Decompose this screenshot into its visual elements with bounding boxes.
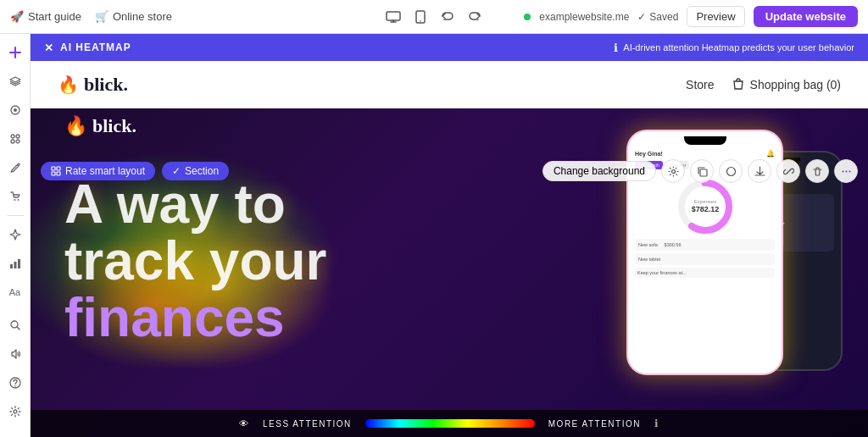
online-store-nav[interactable]: 🛒 Online store: [95, 10, 172, 23]
top-bar: 🚀 Start guide 🛒 Online store examplewebs…: [0, 0, 868, 34]
sidebar-add-icon[interactable]: [3, 41, 27, 64]
undo-btn[interactable]: [437, 7, 458, 27]
bag-label: Shopping bag (0): [750, 78, 841, 91]
svg-point-30: [845, 170, 847, 172]
shopping-bag[interactable]: Shopping bag (0): [732, 78, 841, 91]
check-icon: ✓: [172, 165, 181, 177]
svg-text:$782.12: $782.12: [691, 205, 719, 213]
duplicate-tool-btn[interactable]: [690, 159, 714, 183]
svg-point-17: [14, 410, 17, 413]
online-store-label: Online store: [113, 10, 172, 23]
sidebar-sparkle-icon[interactable]: [3, 223, 27, 246]
sidebar-edit-icon[interactable]: [3, 156, 27, 180]
circle-tool-btn[interactable]: [719, 159, 743, 183]
cart-icon: 🛒: [95, 10, 108, 23]
svg-point-28: [726, 167, 735, 175]
preview-button[interactable]: Preview: [687, 6, 744, 27]
svg-rect-12: [14, 262, 16, 268]
saved-label: Saved: [649, 11, 678, 23]
site-nav: Store Shopping bag (0): [686, 78, 841, 91]
svg-point-4: [14, 108, 17, 112]
close-heatmap-btn[interactable]: ✕: [44, 41, 53, 54]
info-icon: ℹ: [614, 41, 618, 54]
svg-rect-23: [57, 167, 60, 170]
site-logo: 🔥 blick.: [58, 74, 128, 96]
logo-text: blick.: [84, 74, 128, 96]
sidebar-bottom: [3, 313, 27, 430]
svg-point-9: [14, 199, 15, 201]
circular-chart: Expenses $782.12: [671, 174, 739, 234]
heatmap-description: AI-driven attention Heatmap predicts you…: [623, 42, 854, 53]
attention-gradient: [365, 419, 535, 428]
more-attention-label: MORE ATTENTION: [548, 419, 641, 429]
phone-front-notch: [684, 136, 726, 145]
hero-logo: 🔥 blick.: [64, 115, 136, 137]
link-tool-btn[interactable]: [776, 159, 800, 183]
start-guide-nav[interactable]: 🚀 Start guide: [10, 10, 81, 23]
sidebar-theme-icon[interactable]: [3, 98, 27, 122]
toolbar-left: Rate smart layout ✓ Section: [41, 162, 229, 180]
svg-point-6: [16, 135, 19, 138]
svg-point-26: [671, 169, 675, 173]
sidebar-search-icon[interactable]: [3, 313, 27, 337]
tablet-device-btn[interactable]: [410, 7, 431, 27]
heatmap-label: AI HEATMAP: [60, 41, 131, 53]
grid-icon: [51, 166, 61, 176]
delete-tool-btn[interactable]: [805, 159, 829, 183]
heatmap-bar: ✕ AI HEATMAP ℹ AI-driven attention Heatm…: [31, 34, 868, 61]
check-icon: ✓: [637, 11, 646, 23]
domain-label: examplewebsite.me: [539, 11, 629, 23]
desktop-device-btn[interactable]: [383, 7, 403, 27]
hero-title-line3: finances: [64, 290, 326, 346]
download-tool-btn[interactable]: [748, 159, 771, 183]
svg-point-2: [420, 20, 421, 22]
sidebar-divider: [7, 215, 24, 216]
svg-rect-25: [57, 172, 60, 175]
start-guide-label: Start guide: [28, 10, 81, 23]
toolbar-row: Rate smart layout ✓ Section Change backg…: [31, 159, 868, 183]
more-tool-btn[interactable]: [834, 159, 858, 183]
logo-flame-icon: 🔥: [58, 75, 79, 95]
sidebar-help-icon[interactable]: [3, 371, 27, 395]
hero-flame-icon: 🔥: [64, 115, 87, 137]
change-background-button[interactable]: Change background: [542, 161, 656, 181]
site-header: 🔥 blick. Store Shopping bag (0): [31, 61, 868, 108]
sidebar-apps-icon[interactable]: [3, 127, 27, 151]
section-label: Section: [185, 165, 219, 177]
store-link[interactable]: Store: [686, 78, 714, 91]
hero-section: 🔥 blick. A way to track your finances: [31, 108, 868, 437]
eye-icon: 👁: [239, 418, 249, 429]
svg-point-8: [16, 140, 19, 143]
svg-rect-13: [18, 259, 20, 268]
sidebar-shop-icon[interactable]: [3, 185, 27, 208]
left-sidebar: Aa: [0, 34, 31, 437]
sidebar-settings-icon[interactable]: [3, 400, 27, 423]
settings-tool-btn[interactable]: [661, 159, 685, 183]
less-attention-label: LESS ATTENTION: [263, 419, 352, 429]
hero-title-line2: track your: [64, 233, 326, 290]
rate-smart-layout-button[interactable]: Rate smart layout: [41, 162, 155, 180]
sidebar-translate-icon[interactable]: Aa: [3, 280, 27, 304]
svg-point-16: [14, 385, 16, 387]
svg-point-31: [849, 170, 850, 172]
legend-bar: 👁 LESS ATTENTION MORE ATTENTION ℹ: [31, 410, 868, 437]
svg-point-5: [11, 135, 14, 138]
svg-point-10: [17, 199, 19, 201]
svg-rect-22: [52, 167, 55, 170]
canvas: 🔥 blick. Store Shopping bag (0) 🔥 blick.: [31, 61, 868, 437]
sidebar-sound-icon[interactable]: [3, 342, 27, 366]
rate-smart-label: Rate smart layout: [65, 165, 145, 177]
hero-title-line1: A way to: [64, 176, 326, 233]
hero-logo-text: blick.: [92, 115, 136, 137]
svg-point-7: [11, 140, 14, 143]
svg-rect-27: [700, 169, 707, 176]
svg-rect-0: [387, 12, 400, 20]
sidebar-layers-icon[interactable]: [3, 69, 27, 93]
update-website-button[interactable]: Update website: [754, 6, 858, 27]
redo-btn[interactable]: [465, 7, 485, 27]
online-status-dot: [524, 14, 531, 20]
section-button[interactable]: ✓ Section: [162, 162, 229, 180]
sidebar-chart-icon[interactable]: [3, 252, 27, 275]
svg-rect-11: [10, 264, 13, 268]
editor-area: ✕ AI HEATMAP ℹ AI-driven attention Heatm…: [31, 34, 868, 437]
